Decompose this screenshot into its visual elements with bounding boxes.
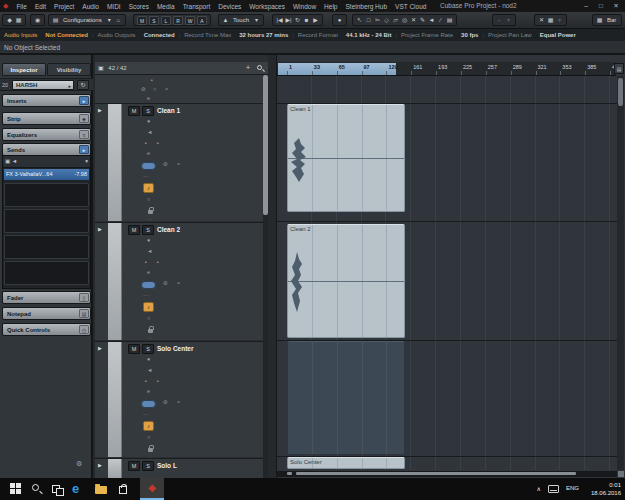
status-item[interactable]: Audio InputsNot Connected: [0, 32, 92, 38]
transport-button-1[interactable]: ▶|: [284, 15, 293, 26]
taskbar-search-button[interactable]: [29, 481, 45, 497]
audio-event-clean2[interactable]: Clean 2: [287, 224, 405, 338]
edit-channel-icon[interactable]: e: [147, 95, 150, 101]
solo-button[interactable]: S: [142, 106, 154, 116]
tool-button-6[interactable]: ✕: [409, 15, 418, 26]
monitor-icon[interactable]: ◄: [147, 248, 152, 254]
eq-state-icon[interactable]: ⊘: [163, 280, 168, 286]
store-button[interactable]: [115, 481, 131, 497]
monitor-icon[interactable]: ◄: [147, 367, 152, 373]
menu-workspaces[interactable]: Workspaces: [245, 3, 289, 10]
menu-help[interactable]: Help: [320, 3, 341, 10]
mute-button[interactable]: M: [128, 344, 140, 354]
track-expand-icon[interactable]: ▶: [98, 345, 102, 351]
maximize-button[interactable]: □: [594, 1, 608, 11]
menu-media[interactable]: Media: [153, 3, 179, 10]
automation-l-button[interactable]: L: [161, 16, 171, 25]
audio-event-clean1[interactable]: Clean 1: [287, 104, 405, 212]
strip-state-icon[interactable]: ◈: [79, 114, 89, 123]
close-button[interactable]: ✕: [609, 1, 623, 11]
menu-steinberg-hub[interactable]: Steinberg Hub: [341, 3, 391, 10]
edit-channel-button[interactable]: ↻: [77, 80, 89, 90]
automation-r-button[interactable]: R: [173, 16, 183, 25]
read-automation-icon[interactable]: ▪: [145, 140, 147, 146]
record-arm-icon[interactable]: ●: [147, 356, 150, 362]
horizontal-scrollbar[interactable]: [277, 471, 617, 477]
grid-icon[interactable]: ▦: [546, 15, 555, 26]
nudge-button-0[interactable]: ⌐: [495, 15, 504, 26]
scrollbar-dot[interactable]: [287, 472, 292, 475]
ruler-options-button[interactable]: ▤: [614, 63, 624, 74]
send-slot-empty[interactable]: [4, 209, 89, 233]
power-icon[interactable]: ▣: [5, 158, 10, 164]
send-slot-empty[interactable]: [4, 235, 89, 259]
tool-button-5[interactable]: ◎: [400, 15, 409, 26]
monitor-icon[interactable]: ◄: [147, 129, 152, 135]
send-slot-selected[interactable]: FX 3-ValhallaV...64 -7.98: [4, 169, 89, 180]
menu-scores[interactable]: Scores: [125, 3, 153, 10]
tool-button-1[interactable]: □: [364, 15, 373, 26]
section-notepad[interactable]: Notepad▤: [2, 307, 91, 320]
taskbar-clock[interactable]: 0:01 18.06.2016: [581, 481, 621, 497]
automation-a-button[interactable]: A: [197, 16, 207, 25]
caret-down-icon[interactable]: ▾: [555, 15, 564, 26]
section-fader[interactable]: Fader▯: [2, 291, 91, 304]
inserts-state-icon[interactable]: ▸: [79, 96, 89, 105]
write-automation-icon[interactable]: ▪: [157, 140, 159, 146]
cycle-icon[interactable]: ○: [147, 434, 150, 440]
more-options-icon[interactable]: ···: [143, 173, 149, 179]
transport-button-4[interactable]: ▶: [311, 15, 320, 26]
write-automation-icon[interactable]: ▪: [157, 378, 159, 384]
sends-state-icon[interactable]: ≈: [177, 161, 180, 167]
section-inserts[interactable]: Inserts▸: [2, 94, 91, 107]
transport-button-0[interactable]: |◀: [275, 15, 284, 26]
status-item[interactable]: Audio OutputsConnected: [94, 32, 179, 38]
more-options-icon[interactable]: ···: [143, 411, 149, 417]
menu-file[interactable]: File: [12, 3, 30, 10]
solo-button[interactable]: S: [142, 344, 154, 354]
search-track-icon[interactable]: [257, 65, 262, 70]
mute-button[interactable]: M: [128, 461, 140, 471]
menu-vst-cloud[interactable]: VST Cloud: [391, 3, 430, 10]
tool-button-4[interactable]: ▱: [391, 15, 400, 26]
menu-transport[interactable]: Transport: [179, 3, 215, 10]
send-slot-empty[interactable]: [4, 183, 89, 207]
write-automation-icon[interactable]: ▪: [157, 259, 159, 265]
sends-state-icon[interactable]: ≈: [177, 399, 180, 405]
inserts-state-icon[interactable]: [141, 162, 156, 170]
add-track-button[interactable]: +: [246, 62, 250, 74]
transport-button-3[interactable]: ■: [302, 15, 311, 26]
minimize-button[interactable]: –: [579, 1, 593, 11]
automation-w-button[interactable]: W: [185, 16, 195, 25]
menu-window[interactable]: Window: [289, 3, 320, 10]
edge-button[interactable]: e: [72, 481, 88, 497]
track-row-clean-2[interactable]: ▶MSClean 2●◄▪▪e⊘≈···♪○·L: [95, 222, 263, 340]
audio-event-solo-center[interactable]: [287, 341, 405, 455]
toolbar-left-icon-1[interactable]: ▦: [14, 15, 23, 26]
language-indicator[interactable]: ENG: [566, 485, 579, 491]
status-item[interactable]: Project Frame Rate30 fps: [397, 32, 482, 38]
musical-timebase-icon[interactable]: ♪: [143, 302, 154, 312]
sends-state-icon[interactable]: ≈: [177, 280, 180, 286]
equalizers-state-icon[interactable]: ≈: [79, 130, 89, 139]
configurations-dropdown[interactable]: ▤ Configurations ▾ ⌂: [48, 14, 126, 26]
tool-button-9[interactable]: ∕: [436, 15, 445, 26]
edit-channel-icon[interactable]: e: [147, 150, 150, 156]
eq-state-icon[interactable]: ⊘: [163, 161, 168, 167]
inserts-state-icon[interactable]: [141, 400, 156, 408]
solo-button[interactable]: S: [142, 225, 154, 235]
nudge-button-1[interactable]: ▾: [504, 15, 513, 26]
sends-state-icon[interactable]: ≈: [165, 86, 168, 92]
tab-visibility[interactable]: Visibility: [47, 63, 91, 76]
automation-s-button[interactable]: S: [149, 16, 159, 25]
track-list-divider[interactable]: [268, 55, 277, 478]
cycle-icon[interactable]: ○: [147, 196, 150, 202]
menu-project[interactable]: Project: [50, 3, 78, 10]
scrollbar-thumb[interactable]: [296, 472, 576, 475]
mute-button[interactable]: M: [128, 225, 140, 235]
automation-mode-dropdown[interactable]: ▲ Touch ▾: [218, 14, 264, 26]
track-row-solo-center[interactable]: ▶MSSolo Center●◄▪▪e⊘≈···♪○·L: [95, 341, 263, 457]
tool-button-3[interactable]: ◇: [382, 15, 391, 26]
section-quick-controls[interactable]: Quick Controls◷: [2, 323, 91, 336]
cycle-icon[interactable]: ○: [153, 86, 156, 92]
